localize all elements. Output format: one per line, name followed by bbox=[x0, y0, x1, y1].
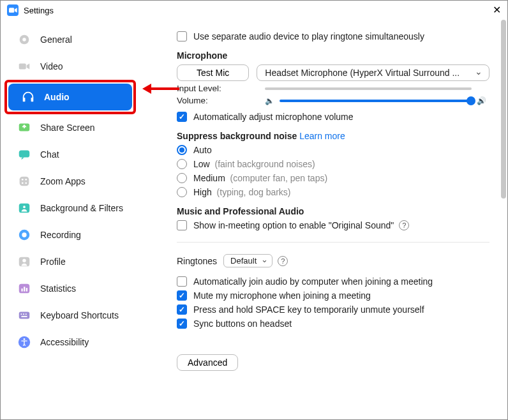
ringtones-label: Ringtones bbox=[177, 256, 217, 266]
sidebar-item-label: General bbox=[40, 34, 72, 45]
svg-rect-23 bbox=[19, 312, 30, 319]
svg-point-18 bbox=[22, 259, 26, 262]
svg-rect-5 bbox=[31, 98, 34, 101]
svg-rect-7 bbox=[19, 151, 30, 158]
separator bbox=[177, 242, 489, 243]
advanced-button[interactable]: Advanced bbox=[177, 354, 238, 371]
checkbox-auto-adjust[interactable] bbox=[177, 112, 187, 122]
highlight-box: Audio bbox=[4, 80, 136, 114]
svg-rect-26 bbox=[26, 313, 27, 315]
sidebar-item-recording[interactable]: Recording bbox=[4, 221, 136, 248]
radio-low[interactable] bbox=[177, 159, 187, 169]
share-screen-icon bbox=[17, 121, 31, 135]
checkbox-sync-headset[interactable] bbox=[177, 319, 187, 329]
label-auto-adjust: Automatically adjust microphone volume bbox=[193, 112, 354, 122]
sidebar-item-accessibility[interactable]: Accessibility bbox=[4, 329, 136, 356]
label-original-sound: Show in-meeting option to enable "Origin… bbox=[193, 220, 394, 230]
svg-rect-0 bbox=[9, 8, 14, 13]
sidebar-item-profile[interactable]: Profile bbox=[4, 248, 136, 275]
apps-icon bbox=[17, 174, 31, 188]
label-sup-med: Medium bbox=[193, 173, 225, 183]
recording-icon bbox=[17, 228, 31, 242]
label-separate-device: Use separate audio device to play ringto… bbox=[193, 31, 424, 41]
label-space-unmute: Press and hold SPACE key to temporarily … bbox=[193, 304, 424, 315]
sidebar-item-label: Zoom Apps bbox=[40, 176, 86, 186]
sidebar-item-label: Accessibility bbox=[40, 337, 89, 347]
label-sup-high: High bbox=[193, 187, 212, 197]
sidebar-item-audio[interactable]: Audio bbox=[8, 84, 132, 110]
svg-rect-4 bbox=[23, 98, 26, 101]
sidebar-item-label: Audio bbox=[44, 92, 70, 102]
sidebar-item-label: Video bbox=[40, 61, 63, 71]
sidebar-item-zoom-apps[interactable]: Zoom Apps bbox=[4, 168, 136, 195]
checkbox-separate-device[interactable] bbox=[177, 31, 187, 41]
radio-auto[interactable] bbox=[177, 145, 187, 155]
sidebar-item-general[interactable]: General bbox=[4, 26, 136, 53]
svg-rect-20 bbox=[21, 289, 22, 292]
volume-slider[interactable] bbox=[280, 100, 472, 102]
chat-icon bbox=[17, 147, 31, 161]
svg-rect-3 bbox=[19, 63, 26, 69]
checkbox-original-sound[interactable] bbox=[177, 220, 187, 230]
sidebar-item-label: Background & Filters bbox=[40, 203, 123, 213]
svg-point-9 bbox=[22, 179, 24, 181]
checkbox-space-unmute[interactable] bbox=[177, 304, 187, 315]
label-auto-join: Automatically join audio by computer whe… bbox=[193, 276, 433, 287]
svg-point-29 bbox=[24, 338, 26, 340]
sidebar: General Video Audio Share Screen Chat Zo… bbox=[1, 20, 140, 419]
sidebar-item-label: Profile bbox=[40, 257, 66, 267]
sidebar-item-label: Statistics bbox=[40, 283, 76, 294]
svg-rect-27 bbox=[21, 316, 27, 317]
test-mic-button[interactable]: Test Mic bbox=[177, 64, 249, 81]
hint-high: (typing, dog barks) bbox=[217, 187, 291, 197]
main-content: Use separate audio device to play ringto… bbox=[140, 20, 507, 419]
sidebar-item-label: Recording bbox=[40, 230, 81, 240]
sidebar-item-video[interactable]: Video bbox=[4, 53, 136, 80]
volume-label: Volume: bbox=[177, 96, 260, 105]
sidebar-item-statistics[interactable]: Statistics bbox=[4, 275, 136, 302]
volume-high-icon: 🔊 bbox=[477, 96, 489, 105]
input-level-label: Input Level: bbox=[177, 84, 260, 93]
sidebar-item-shortcuts[interactable]: Keyboard Shortcuts bbox=[4, 302, 136, 329]
sidebar-item-label: Share Screen bbox=[40, 123, 95, 133]
gear-icon bbox=[17, 33, 31, 47]
input-level-meter bbox=[265, 87, 472, 90]
help-icon[interactable]: ? bbox=[399, 220, 409, 230]
label-sync-headset: Sync buttons on headset bbox=[193, 319, 292, 329]
background-icon bbox=[17, 201, 31, 215]
app-icon bbox=[7, 4, 19, 16]
accessibility-icon bbox=[17, 335, 31, 349]
close-button[interactable]: ✕ bbox=[493, 5, 501, 15]
svg-rect-22 bbox=[26, 288, 27, 292]
music-header: Music and Professional Audio bbox=[177, 206, 489, 216]
mic-device-select[interactable]: Headset Microphone (HyperX Virtual Surro… bbox=[257, 64, 489, 81]
checkbox-mute-on-join[interactable] bbox=[177, 290, 187, 301]
volume-low-icon: 🔈 bbox=[265, 96, 274, 105]
radio-high[interactable] bbox=[177, 187, 187, 197]
svg-rect-21 bbox=[24, 287, 25, 291]
svg-point-11 bbox=[22, 182, 24, 184]
radio-medium[interactable] bbox=[177, 173, 187, 183]
checkbox-auto-join[interactable] bbox=[177, 276, 187, 287]
sidebar-item-background[interactable]: Background & Filters bbox=[4, 195, 136, 221]
svg-point-10 bbox=[25, 179, 27, 181]
scrollbar[interactable] bbox=[501, 20, 506, 418]
sidebar-item-label: Keyboard Shortcuts bbox=[40, 310, 119, 320]
sidebar-item-chat[interactable]: Chat bbox=[4, 141, 136, 168]
svg-point-16 bbox=[22, 232, 26, 237]
svg-point-14 bbox=[23, 206, 26, 208]
svg-rect-24 bbox=[21, 313, 22, 315]
microphone-header: Microphone bbox=[177, 50, 489, 61]
headphones-icon bbox=[21, 90, 35, 104]
help-icon[interactable]: ? bbox=[278, 256, 288, 266]
svg-rect-8 bbox=[20, 177, 29, 186]
sidebar-item-share-screen[interactable]: Share Screen bbox=[4, 114, 136, 141]
hint-low: (faint background noises) bbox=[214, 159, 315, 169]
window-title: Settings bbox=[24, 6, 54, 15]
learn-more-link[interactable]: Learn more bbox=[299, 131, 345, 141]
profile-icon bbox=[17, 255, 31, 269]
statistics-icon bbox=[17, 281, 31, 296]
sidebar-item-label: Chat bbox=[40, 149, 59, 160]
ringtones-select[interactable]: Default bbox=[223, 254, 273, 267]
titlebar: Settings ✕ bbox=[1, 1, 507, 20]
